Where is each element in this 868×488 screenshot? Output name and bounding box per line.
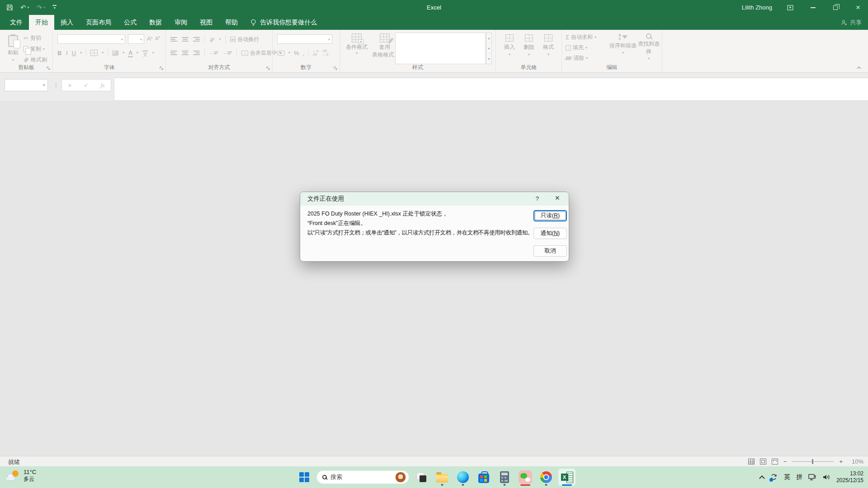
zoom-out-button[interactable]: − [783,458,787,465]
tab-page-layout[interactable]: 页面布局 [80,15,118,30]
fill-color-button[interactable] [112,51,118,56]
grow-font-button[interactable]: A▴ [147,35,152,42]
bottom-align-button[interactable] [193,37,200,42]
bold-button[interactable]: B [57,50,61,56]
read-only-button[interactable]: 只读(R) [533,210,567,221]
gallery-down-button[interactable]: ▼ [486,43,491,54]
normal-view-button[interactable] [748,459,755,465]
wechat-button[interactable] [517,468,534,486]
notify-button[interactable]: 通知(N) [533,228,567,239]
delete-cells-button[interactable]: 删除 ▾ [520,34,538,56]
tab-file[interactable]: 文件 [4,15,29,30]
increase-decimal-button[interactable]: ←.0.00 [312,49,319,57]
conditional-formatting-button[interactable]: ≠ 条件格式 ▾ [344,33,370,55]
alignment-dialog-launcher[interactable] [266,66,270,70]
format-painter-button[interactable]: 格式刷 [24,56,47,64]
start-button[interactable] [296,468,313,486]
speaker-icon[interactable] [822,474,830,481]
copy-button[interactable]: 复制▾ [24,45,47,53]
cell-styles-gallery[interactable] [395,33,486,64]
sort-filter-button[interactable]: AZ 排序和筛选 ▾ [609,33,637,55]
search-box[interactable]: 搜索 [316,470,409,484]
tab-insert[interactable]: 插入 [54,15,80,30]
cut-button[interactable]: ✂剪切 [24,34,47,42]
accounting-format-button[interactable]: ¥ [277,51,285,56]
formula-input[interactable] [114,78,868,101]
page-layout-view-button[interactable] [760,459,766,465]
restore-button[interactable] [831,3,840,12]
align-center-button[interactable] [182,51,189,55]
minimize-button[interactable] [808,3,817,12]
increase-indent-button[interactable]: → [223,51,232,55]
edge-button[interactable] [454,468,472,486]
tab-data[interactable]: 数据 [143,15,168,30]
task-view-button[interactable] [413,468,430,486]
font-dialog-launcher[interactable] [159,66,164,70]
format-cells-button[interactable]: 格式 ▾ [539,34,557,56]
number-format-combo[interactable]: ▾ [277,34,332,44]
name-box[interactable]: ▾ [5,79,48,91]
cancel-entry-button[interactable]: × [68,82,71,89]
number-dialog-launcher[interactable] [333,66,338,70]
file-explorer-button[interactable] [434,468,451,486]
font-color-button[interactable]: A [128,50,132,56]
microsoft-store-button[interactable] [475,468,492,486]
underline-button[interactable]: U [72,50,76,56]
zoom-level[interactable]: 10% [848,458,863,465]
hidden-icons-chevron[interactable] [759,475,765,481]
top-align-button[interactable] [170,37,177,42]
confirm-entry-button[interactable]: ✓ [84,82,89,89]
zoom-slider-thumb[interactable] [812,459,813,464]
italic-button[interactable]: I [66,49,67,56]
comma-button[interactable]: , [303,49,305,57]
tab-home[interactable]: 开始 [29,15,54,30]
tab-help[interactable]: 帮助 [219,15,244,30]
page-break-view-button[interactable] [772,459,778,465]
calculator-button[interactable] [496,468,513,486]
orientation-button[interactable]: ab [208,36,216,43]
shrink-font-button[interactable]: A▾ [155,35,160,42]
clear-button[interactable]: 清除▾ [566,54,596,62]
format-as-table-button[interactable]: 套用 表格格式 ▾ [372,33,398,58]
dialog-close-button[interactable]: × [555,194,560,202]
dialog-help-button[interactable]: ? [536,195,539,202]
close-button[interactable]: × [854,3,863,12]
zoom-slider[interactable] [792,461,834,462]
tell-me-box[interactable]: 告诉我你想要做什么 [250,15,317,30]
sync-tray-icon[interactable] [770,473,778,481]
drag-handle-icon[interactable]: ⋮ [53,82,59,88]
font-size-combo[interactable]: ▾ [128,34,144,44]
percent-button[interactable]: % [294,50,299,56]
cancel-button[interactable]: 取消 [533,245,567,257]
phonetic-guide-button[interactable]: wén文 [142,49,148,57]
align-left-button[interactable] [170,51,177,55]
font-name-combo[interactable]: ▾ [57,34,125,44]
align-right-button[interactable] [193,51,200,55]
zoom-in-button[interactable]: + [839,458,843,465]
ribbon-display-options-button[interactable] [786,3,795,12]
gallery-up-button[interactable]: ▲ [486,33,491,43]
borders-button[interactable] [90,50,98,56]
find-select-button[interactable]: 查找和选择 ▾ [636,33,661,61]
chrome-button[interactable] [538,468,555,486]
tab-formulas[interactable]: 公式 [118,15,143,30]
collapse-ribbon-button[interactable] [856,66,862,70]
middle-align-button[interactable] [182,37,189,42]
weather-widget[interactable]: 11°C多云 [5,469,36,483]
ime-language-pinyin[interactable]: 拼 [796,473,802,481]
excel-taskbar-button[interactable]: X [558,468,576,486]
share-button[interactable]: 共享 [841,15,862,30]
insert-function-button[interactable]: fx [100,82,104,89]
decrease-indent-button[interactable]: ← [209,51,218,55]
paste-button[interactable]: 粘贴 ▾ [4,33,22,63]
clipboard-dialog-launcher[interactable] [46,66,51,70]
network-icon[interactable] [808,474,816,481]
insert-cells-button[interactable]: 插入 ▾ [500,34,519,56]
tab-review[interactable]: 审阅 [168,15,193,30]
clock[interactable]: 13:02 2025/12/15 [836,470,863,484]
tab-view[interactable]: 视图 [193,15,219,30]
decrease-decimal-button[interactable]: .00→.0 [322,49,329,57]
wrap-text-button[interactable]: ab自动换行 [230,36,259,43]
fill-button[interactable]: ↓填充▾ [566,44,596,52]
gallery-more-button[interactable]: ▼ [486,54,491,64]
